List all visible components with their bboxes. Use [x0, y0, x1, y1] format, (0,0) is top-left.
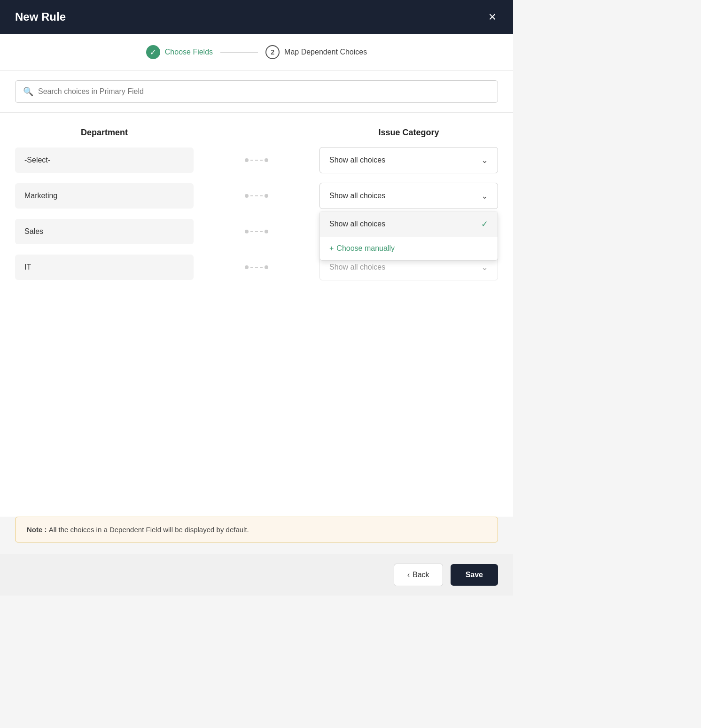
- modal-header: New Rule ×: [0, 0, 513, 34]
- connector-2: [194, 230, 319, 233]
- note-prefix: Note :: [27, 526, 49, 534]
- main-content: Department Issue Category -Select- Show …: [0, 113, 513, 385]
- close-button[interactable]: ×: [487, 8, 498, 25]
- right-column-header: Issue Category: [319, 128, 498, 138]
- back-chevron-icon: ‹: [407, 571, 410, 579]
- back-label: Back: [413, 571, 429, 579]
- check-icon: ✓: [481, 219, 488, 229]
- search-wrapper: 🔍: [15, 80, 498, 103]
- connector-1: [194, 194, 319, 198]
- content-spacer: [0, 385, 513, 517]
- save-button[interactable]: Save: [451, 564, 498, 586]
- left-item-1: Marketing: [15, 183, 194, 209]
- dropdown-value-0: Show all choices: [329, 156, 385, 164]
- right-item-0: Show all choices ⌄: [319, 147, 498, 173]
- chevron-down-icon: ⌄: [481, 155, 488, 165]
- mapping-row-0: -Select- Show all choices ⌄: [15, 147, 498, 173]
- mapping-row-1: Marketing Show all choices ⌄ Show all ch…: [15, 183, 498, 209]
- dropdown-button-0[interactable]: Show all choices ⌄: [319, 147, 498, 173]
- choose-manually-label: Choose manually: [336, 244, 395, 253]
- search-icon: 🔍: [23, 86, 33, 97]
- step-2-icon: 2: [265, 45, 280, 59]
- left-item-2: Sales: [15, 219, 194, 244]
- connector-0: [194, 158, 319, 162]
- left-item-3: IT: [15, 255, 194, 280]
- left-item-0: -Select-: [15, 147, 194, 173]
- plus-icon: +: [329, 244, 334, 253]
- back-button[interactable]: ‹ Back: [394, 564, 443, 586]
- left-column-header: Department: [15, 128, 194, 138]
- dropdown-button-1[interactable]: Show all choices ⌄: [319, 183, 498, 209]
- search-container: 🔍: [0, 71, 513, 113]
- dropdown-option-show-all[interactable]: Show all choices ✓: [320, 211, 498, 237]
- step-connector: [220, 52, 258, 53]
- step-2: 2 Map Dependent Choices: [265, 45, 367, 59]
- connector-3: [194, 265, 319, 269]
- step-2-label: Map Dependent Choices: [284, 48, 367, 56]
- dropdown-menu-1: Show all choices ✓ + Choose manually: [319, 211, 498, 261]
- search-input[interactable]: [38, 87, 490, 96]
- step-1-icon: ✓: [146, 45, 160, 59]
- dropdown-option-choose-manually[interactable]: + Choose manually: [320, 237, 498, 260]
- footer: ‹ Back Save: [0, 554, 513, 596]
- note-text: All the choices in a Dependent Field wil…: [49, 526, 249, 534]
- chevron-down-icon: ⌄: [481, 191, 488, 201]
- chevron-down-icon: ⌄: [481, 262, 488, 272]
- columns-header: Department Issue Category: [15, 128, 498, 138]
- dropdown-option-label: Show all choices: [329, 220, 385, 228]
- right-item-1: Show all choices ⌄ Show all choices ✓ + …: [319, 183, 498, 209]
- stepper: ✓ Choose Fields 2 Map Dependent Choices: [0, 34, 513, 71]
- step-1-label: Choose Fields: [165, 48, 213, 56]
- dropdown-value-3: Show all choices: [329, 263, 385, 271]
- note-bar: Note : All the choices in a Dependent Fi…: [15, 517, 498, 542]
- modal-title: New Rule: [15, 10, 66, 23]
- step-1: ✓ Choose Fields: [146, 45, 213, 59]
- dropdown-value-1: Show all choices: [329, 192, 385, 200]
